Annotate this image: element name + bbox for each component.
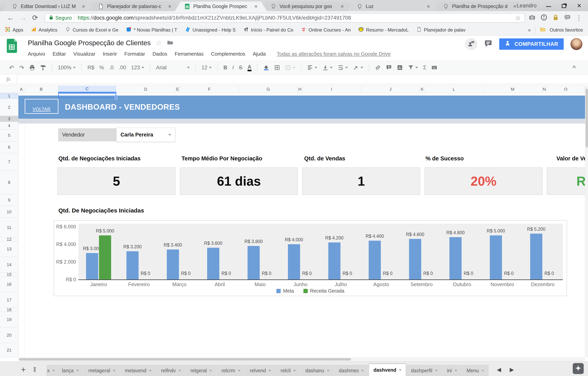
more-formats-button[interactable]: 123 bbox=[131, 65, 144, 71]
row-header-4[interactable]: 4 bbox=[0, 122, 18, 130]
column-headers[interactable]: ABCDEFGHIJKLMNO bbox=[0, 86, 585, 93]
row-header-17[interactable]: 17 bbox=[0, 292, 18, 308]
bold-button[interactable]: B bbox=[224, 65, 227, 71]
fill-color-icon[interactable] bbox=[263, 65, 269, 71]
column-header-O[interactable]: O bbox=[547, 86, 585, 93]
formula-bar[interactable]: fx bbox=[0, 74, 588, 84]
row-header-7[interactable]: 7 bbox=[0, 153, 18, 171]
row-header-11[interactable]: 11 bbox=[0, 218, 18, 237]
decrease-decimals-button[interactable]: .0 bbox=[109, 65, 114, 71]
sheets-logo-icon[interactable] bbox=[6, 38, 17, 54]
back-button[interactable]: ← bbox=[7, 14, 14, 21]
lock-extension-icon[interactable] bbox=[552, 14, 559, 21]
font-size-select[interactable]: 12 bbox=[202, 65, 212, 71]
move-folder-icon[interactable] bbox=[167, 40, 173, 46]
redo-icon[interactable]: ↷ bbox=[19, 64, 24, 71]
increase-decimals-button[interactable]: .00 bbox=[118, 65, 126, 71]
activity-button[interactable] bbox=[465, 38, 477, 50]
maximize-button[interactable] bbox=[556, 0, 572, 11]
sheet-tab-metageral[interactable]: metageral bbox=[84, 365, 120, 376]
vertical-scrollbar-thumb[interactable] bbox=[586, 89, 588, 147]
menu-editar[interactable]: Editar bbox=[53, 51, 66, 57]
horizontal-scrollbar-thumb[interactable] bbox=[19, 358, 351, 361]
sheet-tab-x[interactable]: x bbox=[47, 365, 57, 376]
format-currency-button[interactable]: R$ bbox=[87, 65, 94, 71]
sheet-tab-relfndv[interactable]: relfndv bbox=[157, 365, 185, 376]
bookmark-item[interactable]: Planejador de palav bbox=[417, 27, 466, 33]
column-header-N[interactable]: N bbox=[542, 86, 547, 93]
insert-comment-icon[interactable] bbox=[386, 65, 392, 71]
merge-cells-icon[interactable] bbox=[285, 65, 295, 71]
menu-complementos[interactable]: Complementos bbox=[211, 51, 246, 57]
row-header-14[interactable]: 14 bbox=[0, 257, 18, 272]
sheet-tab-ini[interactable]: ini bbox=[443, 365, 461, 376]
row-header-2[interactable]: 2 bbox=[0, 99, 18, 116]
sheet-tab-relcli[interactable]: relcli bbox=[276, 365, 300, 376]
bookmark-item[interactable]: Apps bbox=[5, 27, 23, 33]
row-header-18[interactable]: 18 bbox=[0, 308, 18, 312]
bookmark-item[interactable]: Unassigned - Help S bbox=[185, 27, 235, 33]
sheet-tab-relgeral[interactable]: relgeral bbox=[186, 365, 216, 376]
tab-close-icon[interactable]: × bbox=[427, 4, 430, 9]
tab-close-icon[interactable]: × bbox=[168, 4, 171, 9]
scroll-tabs-left-icon[interactable]: ◀ bbox=[497, 366, 501, 373]
column-header-M[interactable]: M bbox=[483, 86, 542, 93]
menu-visualizar[interactable]: Visualizar bbox=[73, 51, 95, 57]
row-header-10[interactable]: 10 bbox=[0, 206, 18, 218]
row-header-16[interactable]: 16 bbox=[0, 277, 18, 292]
font-select[interactable]: Arial bbox=[156, 65, 190, 71]
scroll-tabs-right-icon[interactable]: ▶ bbox=[510, 366, 514, 373]
chat-extension-icon[interactable] bbox=[564, 14, 571, 21]
star-document-icon[interactable]: ☆ bbox=[156, 39, 162, 47]
comments-icon[interactable] bbox=[484, 39, 492, 49]
tab-close-icon[interactable]: × bbox=[254, 4, 257, 9]
format-percent-button[interactable]: % bbox=[99, 65, 104, 71]
camera-extension-icon[interactable] bbox=[529, 14, 535, 21]
bookmark-item[interactable]: * Novas Planilhas | T bbox=[126, 27, 177, 33]
text-color-icon[interactable]: A bbox=[247, 64, 251, 71]
menu-arquivo[interactable]: Arquivo bbox=[28, 51, 45, 57]
row-header-13[interactable]: 13 bbox=[0, 241, 18, 257]
tab-close-icon[interactable]: × bbox=[341, 4, 344, 9]
sheet-tab-dashanu[interactable]: dashanu bbox=[301, 365, 334, 376]
browser-tab[interactable]: Editar Download ‹ LUZ M× bbox=[2, 1, 95, 11]
column-header-L[interactable]: L bbox=[425, 86, 483, 93]
tab-close-icon[interactable]: × bbox=[82, 4, 85, 9]
menu-ajuda[interactable]: Ajuda bbox=[253, 51, 266, 57]
vendedor-dropdown[interactable]: Carla Pereira bbox=[116, 128, 175, 142]
menu-ferramentas[interactable]: Ferramentas bbox=[175, 51, 203, 57]
strikethrough-button[interactable]: S bbox=[239, 65, 242, 71]
row-header-6[interactable]: 6 bbox=[0, 141, 18, 153]
vertical-scrollbar[interactable] bbox=[585, 86, 588, 357]
text-wrap-icon[interactable] bbox=[338, 65, 348, 71]
other-favorites-label[interactable]: Outros favoritos bbox=[550, 27, 583, 33]
column-header-G[interactable]: G bbox=[239, 86, 298, 93]
undo-icon[interactable]: ↶ bbox=[9, 64, 14, 71]
print-icon[interactable] bbox=[29, 65, 35, 71]
menu-inserir[interactable]: Inserir bbox=[103, 51, 117, 57]
sheet-tab-metavend[interactable]: metavend bbox=[120, 365, 156, 376]
bookmark-item[interactable]: Analytics bbox=[31, 27, 57, 33]
collapse-toolbar-button[interactable]: ^ bbox=[572, 64, 576, 71]
sheet-tab-dashperfil[interactable]: dashperfil bbox=[406, 365, 442, 376]
row-header-19[interactable]: 19 bbox=[0, 312, 18, 327]
zoom-select[interactable]: 100% bbox=[58, 65, 76, 71]
sheet-tab-dashmes[interactable]: dashmes bbox=[334, 365, 368, 376]
share-button[interactable]: COMPARTILHAR bbox=[499, 38, 564, 50]
reload-button[interactable]: ⟳ bbox=[32, 14, 38, 21]
row-header-12[interactable]: 12 bbox=[0, 237, 18, 241]
tab-close-icon[interactable]: × bbox=[513, 4, 516, 9]
row-header-3[interactable]: 3 bbox=[0, 116, 18, 122]
insert-link-icon[interactable] bbox=[375, 65, 381, 71]
browser-tab[interactable]: Planilha Google Prospec× bbox=[175, 1, 267, 11]
column-header-J[interactable]: J bbox=[361, 86, 420, 93]
keyboard-icon[interactable] bbox=[431, 65, 437, 71]
browser-tab[interactable]: Planilha de Prospecção d× bbox=[434, 1, 526, 11]
all-sheets-button[interactable] bbox=[29, 364, 42, 376]
sheet-tab-relvend[interactable]: relvend bbox=[246, 365, 276, 376]
selection-fill-handle[interactable] bbox=[115, 97, 118, 99]
text-rotate-icon[interactable] bbox=[353, 65, 363, 71]
add-sheet-button[interactable]: + bbox=[17, 364, 29, 376]
row-header-9[interactable]: 9 bbox=[0, 194, 18, 206]
column-header-F[interactable]: F bbox=[180, 86, 239, 93]
